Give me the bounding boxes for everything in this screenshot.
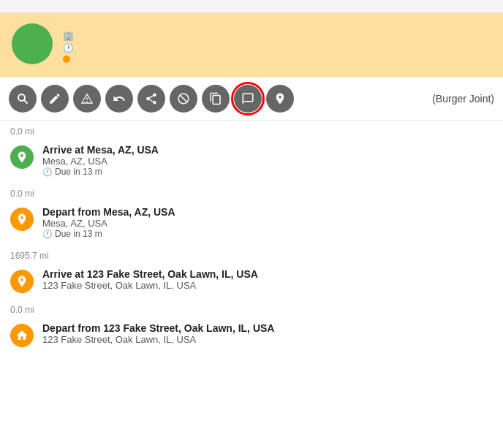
distance-label-3: 0.0 mi: [10, 299, 493, 318]
route-item-0: Arrive at Mesa, AZ, USAMesa, AZ, USA🕐 Du…: [10, 140, 493, 183]
route-text-3: Depart from 123 Fake Street, Oak Lawn, I…: [42, 322, 274, 345]
route-due-0: 🕐 Due in 13 m: [42, 167, 159, 177]
copy-button[interactable]: [202, 85, 230, 113]
route-text-2: Arrive at 123 Fake Street, Oak Lawn, IL,…: [42, 268, 258, 291]
driver-info: 🏢 🕐: [63, 29, 77, 63]
driver-due: 🕐: [63, 43, 77, 53]
toolbar-context-label: (Burger Joint): [432, 93, 494, 105]
share-button[interactable]: [137, 85, 165, 113]
cancel-button[interactable]: [170, 85, 197, 113]
search-button[interactable]: [9, 85, 37, 113]
route-item-1: Depart from Mesa, AZ, USAMesa, AZ, USA🕐 …: [10, 202, 493, 245]
distance-label-1: 0.0 mi: [10, 183, 493, 202]
undo-button[interactable]: [105, 85, 133, 113]
route-item-2: Arrive at 123 Fake Street, Oak Lawn, IL,…: [10, 264, 493, 299]
route-address-2: 123 Fake Street, Oak Lawn, IL, USA: [42, 280, 258, 291]
pin-icon-0: [10, 145, 34, 169]
toolbar: (Burger Joint): [0, 77, 503, 121]
route-due-1: 🕐 Due in 13 m: [42, 229, 175, 239]
route-title-0: Arrive at Mesa, AZ, USA: [42, 144, 159, 156]
driver-task: [63, 56, 77, 63]
route-text-1: Depart from Mesa, AZ, USAMesa, AZ, USA🕐 …: [42, 206, 175, 239]
route-title-1: Depart from Mesa, AZ, USA: [42, 206, 175, 218]
route-address-0: Mesa, AZ, USA: [42, 156, 159, 167]
task-dot-icon: [63, 56, 70, 63]
route-item-3: Depart from 123 Fake Street, Oak Lawn, I…: [10, 318, 493, 353]
message-button[interactable]: [234, 85, 262, 113]
driver-avatar: [12, 23, 53, 64]
edit-button[interactable]: [41, 85, 69, 113]
route-address-3: 123 Fake Street, Oak Lawn, IL, USA: [42, 334, 274, 345]
route-text-0: Arrive at Mesa, AZ, USAMesa, AZ, USA🕐 Du…: [42, 144, 159, 177]
route-title-2: Arrive at 123 Fake Street, Oak Lawn, IL,…: [42, 268, 258, 280]
driver-company: 🏢: [63, 31, 77, 41]
alert-button[interactable]: [73, 85, 101, 113]
location-button[interactable]: [266, 85, 294, 113]
top-bar: [0, 0, 503, 13]
route-title-3: Depart from 123 Fake Street, Oak Lawn, I…: [42, 322, 274, 334]
home-icon-3: [10, 324, 34, 347]
route-list: 0.0 miArrive at Mesa, AZ, USAMesa, AZ, U…: [0, 121, 503, 353]
svg-line-1: [24, 100, 27, 103]
route-address-1: Mesa, AZ, USA: [42, 218, 175, 229]
building-icon: 🏢: [63, 31, 74, 41]
distance-label-0: 0.0 mi: [10, 121, 493, 140]
pin-icon-1: [10, 208, 34, 231]
clock-icon: 🕐: [42, 167, 53, 177]
pin-icon-2: [10, 270, 34, 293]
clock-icon: 🕐: [42, 229, 53, 239]
driver-header: 🏢 🕐: [0, 13, 503, 77]
clock-icon: 🕐: [63, 43, 74, 53]
distance-label-2: 1695.7 mi: [10, 245, 493, 264]
